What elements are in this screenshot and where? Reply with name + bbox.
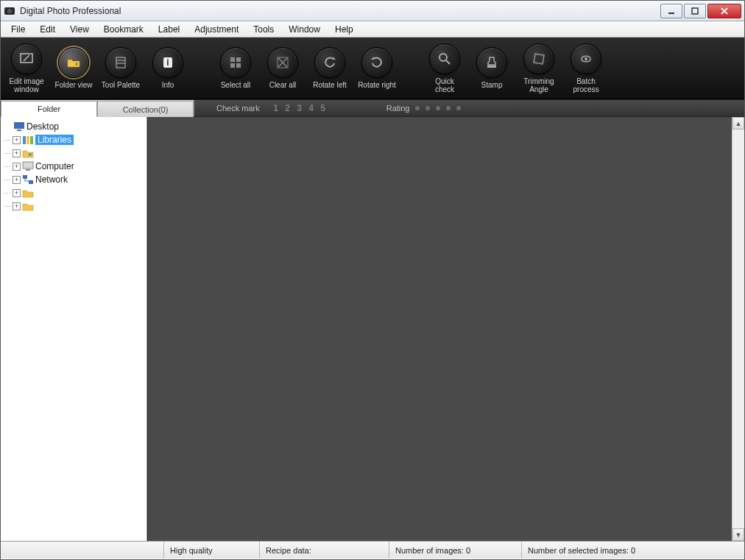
vertical-scrollbar[interactable]: ▲ ▼ [732,117,744,541]
tool-label: Trimming Angle [519,77,559,93]
quick-check-icon [429,43,460,74]
menu-bookmark[interactable]: Bookmark [96,21,151,37]
tool-label: Edit image window [7,77,46,93]
tool-label: Batch process [566,77,606,93]
menu-window[interactable]: Window [281,21,328,37]
tree-label: Network [35,174,68,185]
check-mark-2[interactable]: 2 [283,103,292,113]
filter-bar: Check mark 1 2 3 4 5 Rating [194,100,744,116]
close-button[interactable] [707,4,741,18]
menu-edit[interactable]: Edit [32,21,63,37]
expand-icon[interactable]: + [13,189,21,197]
computer-icon [22,161,34,171]
check-mark-5[interactable]: 5 [319,103,328,113]
tree-label: Desktop [27,121,59,132]
status-quality: High quality [164,542,260,559]
tree-node-computer[interactable]: ⋯ + Computer [2,160,145,173]
status-bar: High quality Recipe data: Number of imag… [1,541,744,559]
svg-rect-23 [534,54,543,63]
svg-rect-13 [236,57,241,62]
tool-label: Info [162,81,174,89]
tool-folder-view[interactable]: Folder view [54,47,93,89]
svg-rect-31 [23,162,33,169]
tab-row: Folder Collection(0) Check mark 1 2 3 4 … [1,99,744,117]
check-mark-label: Check mark [216,104,260,113]
thumbnail-pane[interactable]: ▲ ▼ [147,117,744,541]
expand-icon[interactable]: + [13,136,21,144]
tool-label: Select all [221,81,251,89]
info-icon: i [152,47,183,78]
expand-icon[interactable]: + [13,163,21,171]
tree-node-folder[interactable]: ⋯ + [2,186,145,199]
minimize-button[interactable] [660,4,682,18]
tool-batch-process[interactable]: Batch process [566,43,606,93]
status-num-selected: Number of selected images: 0 [522,542,744,559]
tree-node-desktop[interactable]: Desktop [2,120,145,133]
status-num-images: Number of images: 0 [389,542,522,559]
tool-rotate-right[interactable]: Rotate right [357,47,397,89]
menu-label[interactable]: Label [151,21,187,37]
tool-palette-icon [105,47,136,78]
tab-folder[interactable]: Folder [1,101,97,117]
expand-icon[interactable]: + [13,176,21,184]
tool-stamp[interactable]: Stamp [472,47,512,89]
menu-view[interactable]: View [63,21,96,37]
svg-rect-26 [17,130,21,131]
svg-rect-15 [236,63,241,68]
check-mark-3[interactable]: 3 [295,103,304,113]
svg-point-1 [7,9,12,13]
tool-label: Rotate left [313,81,347,89]
rotate-left-icon [314,47,345,78]
expand-icon[interactable]: + [13,202,21,210]
tool-tool-palette[interactable]: Tool Palette [101,47,141,89]
tool-quick-check[interactable]: Quick check [425,43,465,93]
rating-dots[interactable] [415,106,461,110]
maximize-button[interactable] [684,4,706,18]
scroll-up-icon[interactable]: ▲ [732,117,744,130]
svg-rect-32 [26,169,30,171]
folder-tree[interactable]: Desktop ⋯ + Libraries ⋯ + ⋯ + Computer [1,117,147,541]
svg-rect-29 [30,136,33,144]
menu-tools[interactable]: Tools [246,21,281,37]
rating-label: Rating [386,104,410,113]
tool-rotate-left[interactable]: Rotate left [310,47,350,89]
svg-line-20 [446,60,450,64]
scroll-down-icon[interactable]: ▼ [732,528,744,541]
svg-rect-28 [27,136,29,144]
folder-view-icon [58,47,89,78]
tool-label: Rotate right [358,81,396,89]
tool-edit-image-window[interactable]: Edit image window [7,43,46,93]
tool-trimming-angle[interactable]: Trimming Angle [519,43,559,93]
tab-collection[interactable]: Collection(0) [97,101,194,117]
tool-clear-all[interactable]: Clear all [263,47,303,89]
svg-rect-22 [534,54,544,64]
tree-node-libraries[interactable]: ⋯ + Libraries [2,133,145,146]
tree-node-folder[interactable]: ⋯ + [2,199,145,213]
svg-text:i: i [166,57,169,68]
app-icon [4,5,15,17]
network-icon [22,174,34,185]
edit-image-window-icon [11,43,42,74]
menu-file[interactable]: File [4,21,32,37]
svg-point-19 [439,54,447,61]
check-mark-4[interactable]: 4 [307,103,316,113]
folder-icon [22,188,34,198]
svg-point-30 [29,153,32,156]
tool-select-all[interactable]: Select all [216,47,255,89]
tree-label: Libraries [35,135,74,145]
menu-adjustment[interactable]: Adjustment [187,21,246,37]
tool-label: Folder view [54,81,92,89]
check-mark-1[interactable]: 1 [272,103,280,113]
folder-icon [22,201,34,211]
tree-node-user[interactable]: ⋯ + [2,146,145,160]
tool-info[interactable]: i Info [148,47,188,89]
toolbar: Edit image window Folder view Tool Palet… [1,38,744,99]
svg-rect-3 [692,8,698,14]
select-all-icon [220,47,251,78]
menu-help[interactable]: Help [328,21,361,37]
svg-point-24 [585,57,587,60]
svg-rect-21 [487,65,496,68]
expand-icon[interactable]: + [13,149,21,157]
tree-node-network[interactable]: ⋯ + Network [2,173,145,186]
tool-label: Stamp [481,81,503,89]
